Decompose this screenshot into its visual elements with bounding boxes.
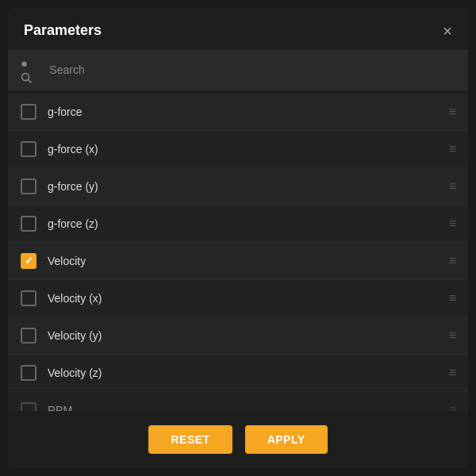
item-label-g-force-z: g-force (z) [48,217,449,230]
footer: RESET APPLY [8,411,468,468]
item-label-velocity: Velocity [48,255,449,267]
drag-handle-icon: ≡ [449,329,455,342]
drag-handle-icon: ≡ [449,217,455,230]
item-label-g-force: g-force [48,106,449,118]
checkbox-g-force[interactable] [21,104,36,120]
list-item[interactable]: g-force≡ [8,94,468,131]
drag-handle-icon: ≡ [449,143,455,155]
item-label-g-force-y: g-force (y) [48,180,449,193]
drag-handle-icon: ≡ [449,106,455,118]
list-item[interactable]: Velocity (z)≡ [8,355,468,392]
checkbox-velocity-x[interactable] [21,290,36,306]
list-item[interactable]: g-force (y)≡ [8,168,468,205]
drag-handle-icon: ≡ [449,292,455,305]
drag-handle-icon: ≡ [449,180,455,193]
parameters-modal: Parameters × ● g-force≡g-force (x)≡g-for… [8,8,468,468]
modal-header: Parameters × [8,8,468,50]
modal-title: Parameters [24,22,102,39]
item-label-velocity-z: Velocity (z) [48,367,449,379]
list-item[interactable]: Velocity≡ [8,243,468,280]
drag-handle-icon: ≡ [449,404,455,411]
apply-button[interactable]: APPLY [245,425,328,454]
list-item[interactable]: RPM≡ [8,392,468,411]
checkbox-velocity[interactable] [21,253,36,269]
list-item[interactable]: Velocity (x)≡ [8,280,468,317]
item-label-velocity-y: Velocity (y) [48,329,449,342]
reset-button[interactable]: RESET [148,425,232,454]
list-item[interactable]: Velocity (y)≡ [8,317,468,355]
item-label-g-force-x: g-force (x) [48,143,449,155]
search-bar: ● [8,50,468,90]
drag-handle-icon: ≡ [449,367,455,379]
search-icon: ● [21,56,41,84]
drag-handle-icon: ≡ [449,255,455,267]
item-label-rpm: RPM [48,404,449,411]
checkbox-rpm[interactable] [21,402,36,411]
search-input[interactable] [49,63,455,76]
checkbox-velocity-z[interactable] [21,365,36,381]
svg-line-1 [29,79,32,83]
checkbox-g-force-y[interactable] [21,178,36,194]
list-item[interactable]: g-force (x)≡ [8,131,468,168]
checkbox-velocity-y[interactable] [21,328,36,344]
close-button[interactable]: × [443,23,452,39]
checkbox-g-force-x[interactable] [21,141,36,157]
parameters-list: g-force≡g-force (x)≡g-force (y)≡g-force … [8,94,468,411]
item-label-velocity-x: Velocity (x) [48,292,449,305]
list-item[interactable]: g-force (z)≡ [8,205,468,243]
checkbox-g-force-z[interactable] [21,216,36,232]
